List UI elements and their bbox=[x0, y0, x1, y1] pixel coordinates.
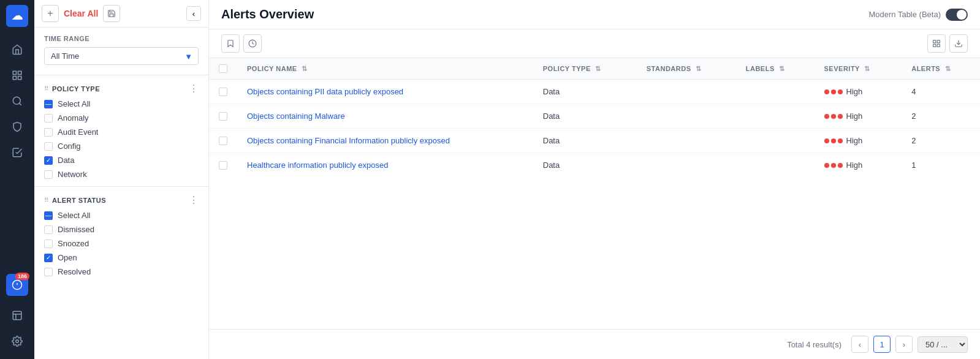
th-labels[interactable]: LABELS ⇅ bbox=[736, 58, 815, 80]
filter-item-config[interactable]: Config bbox=[34, 139, 208, 153]
checkbox-data: ✓ bbox=[44, 156, 53, 165]
filter-item-anomaly[interactable]: Anomaly bbox=[34, 111, 208, 125]
filter-item-select-all-policy[interactable]: — Select All bbox=[34, 97, 208, 111]
svg-rect-9 bbox=[13, 311, 21, 320]
svg-point-12 bbox=[16, 340, 19, 343]
svg-point-4 bbox=[13, 97, 20, 104]
nav-item-compliance[interactable] bbox=[6, 142, 28, 164]
save-filter-button[interactable] bbox=[103, 5, 120, 22]
filter-item-dismissed[interactable]: Dismissed bbox=[34, 222, 208, 236]
checkbox-dismissed bbox=[44, 225, 53, 234]
filter-item-open[interactable]: ✓ Open bbox=[34, 251, 208, 265]
modern-table-toggle: Modern Table (Beta) bbox=[868, 9, 968, 21]
row-checkbox-1[interactable] bbox=[219, 112, 227, 121]
row-checkbox-0[interactable] bbox=[219, 88, 227, 96]
row-checkbox-3[interactable] bbox=[219, 161, 227, 170]
next-page-button[interactable]: › bbox=[895, 336, 913, 353]
severity-dots-2 bbox=[824, 138, 843, 143]
time-range-select[interactable]: All Time Last 7 Days Last 30 Days Last 9… bbox=[44, 47, 199, 65]
th-policy-name[interactable]: POLICY NAME ⇅ bbox=[237, 58, 533, 80]
filter-item-network[interactable]: Network bbox=[34, 167, 208, 181]
sort-icon-policy-type: ⇅ bbox=[595, 65, 601, 72]
td-checkbox-1 bbox=[209, 104, 237, 129]
severity-label-3: High bbox=[846, 161, 863, 170]
severity-label-2: High bbox=[846, 136, 863, 145]
th-standards[interactable]: STANDARDS ⇅ bbox=[637, 58, 736, 80]
add-filter-button[interactable]: + bbox=[42, 5, 59, 22]
th-severity[interactable]: SEVERITY ⇅ bbox=[815, 58, 902, 80]
td-severity-3: High bbox=[815, 153, 902, 178]
time-range-label: TIME RANGE bbox=[44, 35, 199, 42]
policy-type-header: ⠿ POLICY TYPE ⋮ bbox=[34, 78, 208, 97]
alert-status-menu-icon[interactable]: ⋮ bbox=[189, 194, 199, 206]
filter-item-resolved[interactable]: Resolved bbox=[34, 265, 208, 279]
svg-rect-15 bbox=[937, 40, 940, 43]
time-range-section: TIME RANGE All Time Last 7 Days Last 30 … bbox=[34, 28, 208, 72]
table-row[interactable]: Healthcare information publicly exposed … bbox=[209, 153, 980, 178]
table-row[interactable]: Objects containing Malware Data High 2 bbox=[209, 104, 980, 129]
td-labels-1 bbox=[736, 104, 815, 129]
pagination: Total 4 result(s) ‹ 1 › 50 / ... 25 / ..… bbox=[209, 329, 980, 359]
nav-item-settings[interactable] bbox=[6, 330, 28, 352]
severity-label-1: High bbox=[846, 111, 863, 121]
alert-status-header: ⠿ ALERT STATUS ⋮ bbox=[34, 189, 208, 208]
collapse-sidebar-button[interactable]: ‹ bbox=[186, 6, 201, 21]
svg-rect-0 bbox=[13, 71, 16, 74]
filter-item-select-all-status[interactable]: — Select All bbox=[34, 208, 208, 222]
alert-badge: 186 bbox=[15, 273, 29, 280]
table-row[interactable]: Objects containing Financial Information… bbox=[209, 129, 980, 153]
td-policy-type-1: Data bbox=[533, 104, 637, 129]
nav-item-security[interactable] bbox=[6, 116, 28, 138]
td-standards-3 bbox=[637, 153, 736, 178]
td-alerts-0: 4 bbox=[902, 80, 980, 104]
row-checkbox-2[interactable] bbox=[219, 137, 227, 145]
policy-type-menu-icon[interactable]: ⋮ bbox=[189, 83, 199, 94]
alert-status-label: ALERT STATUS bbox=[52, 197, 185, 204]
td-labels-3 bbox=[736, 153, 815, 178]
nav-item-alerts[interactable]: 186 bbox=[6, 274, 28, 296]
nav-item-dashboard[interactable] bbox=[6, 64, 28, 86]
td-checkbox-0 bbox=[209, 80, 237, 104]
svg-rect-14 bbox=[933, 40, 936, 43]
filter-item-data[interactable]: ✓ Data bbox=[34, 153, 208, 167]
td-standards-2 bbox=[637, 129, 736, 153]
main-content: Alerts Overview Modern Table (Beta) bbox=[209, 0, 980, 359]
modern-table-switch[interactable] bbox=[946, 9, 968, 21]
nav-item-reports[interactable] bbox=[6, 304, 28, 327]
filter-item-snoozed[interactable]: Snoozed bbox=[34, 236, 208, 251]
modern-table-label: Modern Table (Beta) bbox=[868, 10, 941, 19]
prev-page-button[interactable]: ‹ bbox=[851, 336, 868, 353]
checkbox-resolved bbox=[44, 268, 53, 276]
select-all-checkbox[interactable] bbox=[219, 64, 227, 73]
toolbar-bookmark-button[interactable] bbox=[221, 34, 240, 53]
svg-line-5 bbox=[19, 103, 21, 105]
nav-item-home[interactable] bbox=[6, 39, 28, 61]
toolbar-left bbox=[221, 34, 262, 53]
td-labels-0 bbox=[736, 80, 815, 104]
nav-item-search[interactable] bbox=[6, 90, 28, 112]
filter-item-audit-event[interactable]: Audit Event bbox=[34, 125, 208, 139]
total-results: Total 4 result(s) bbox=[787, 340, 841, 349]
toolbar-clock-button[interactable] bbox=[243, 34, 262, 53]
th-policy-type[interactable]: POLICY TYPE ⇅ bbox=[533, 58, 637, 80]
nav-bar: ☁ 186 bbox=[0, 0, 34, 359]
td-policy-name-1: Objects containing Malware bbox=[237, 104, 533, 129]
checkbox-select-all-policy: — bbox=[44, 100, 53, 108]
th-alerts[interactable]: ALERTS ⇅ bbox=[902, 58, 980, 80]
drag-handle-alert-status[interactable]: ⠿ bbox=[44, 197, 48, 203]
toolbar-grid-button[interactable] bbox=[927, 34, 946, 53]
th-select bbox=[209, 58, 237, 80]
table-toolbar bbox=[209, 29, 980, 58]
td-policy-type-3: Data bbox=[533, 153, 637, 178]
clear-all-button[interactable]: Clear All bbox=[64, 9, 98, 18]
sidebar-toolbar: + Clear All ‹ bbox=[34, 0, 208, 28]
svg-rect-17 bbox=[933, 44, 936, 47]
severity-dots-1 bbox=[824, 114, 843, 119]
checkbox-snoozed bbox=[44, 240, 53, 248]
toolbar-download-button[interactable] bbox=[949, 34, 968, 53]
drag-handle-policy-type[interactable]: ⠿ bbox=[44, 85, 48, 92]
page-size-select[interactable]: 50 / ... 25 / ... 100 / ... bbox=[917, 336, 968, 353]
table-row[interactable]: Objects containing PII data publicly exp… bbox=[209, 80, 980, 104]
td-alerts-2: 2 bbox=[902, 129, 980, 153]
current-page-button[interactable]: 1 bbox=[873, 336, 891, 353]
